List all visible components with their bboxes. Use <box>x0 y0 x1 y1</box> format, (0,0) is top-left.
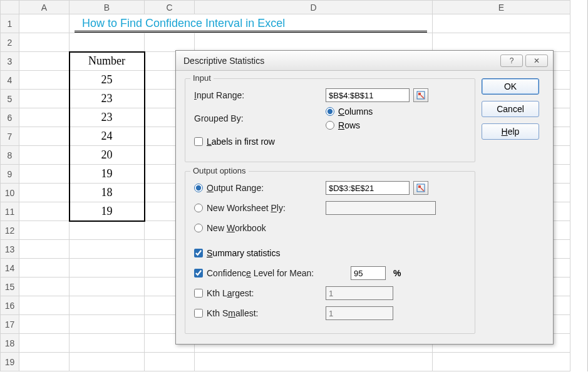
dialog-help-button[interactable]: ? <box>500 54 523 67</box>
row-header-4[interactable]: 4 <box>1 71 19 90</box>
output-range-refedit-button[interactable] <box>413 181 428 195</box>
col-header-D[interactable]: D <box>195 1 433 14</box>
cell-A19[interactable] <box>19 353 70 371</box>
row-header-3[interactable]: 3 <box>1 52 19 71</box>
grouped-by-columns-radio[interactable] <box>326 107 334 116</box>
new-workbook-radio[interactable] <box>194 224 203 232</box>
new-worksheet-field[interactable] <box>326 201 436 215</box>
input-range-field[interactable] <box>326 88 410 102</box>
cell-D2[interactable] <box>195 33 433 52</box>
cell-E1[interactable] <box>433 14 570 33</box>
row-header-12[interactable]: 12 <box>1 221 19 240</box>
labels-first-row[interactable]: Labels in first row <box>194 137 275 147</box>
confidence-level-field[interactable] <box>351 266 386 280</box>
row-header-18[interactable]: 18 <box>1 334 19 353</box>
cell-B2[interactable] <box>70 33 145 52</box>
cell-E2[interactable] <box>433 33 570 52</box>
cell-B6[interactable]: 23 <box>70 108 145 127</box>
cell-B3[interactable]: Number <box>70 52 145 71</box>
summary-statistics[interactable]: Summary statistics <box>194 248 280 258</box>
cell-A10[interactable] <box>19 184 70 202</box>
confidence-level-label: Confidence Level for Mean: <box>207 268 314 278</box>
cell-A14[interactable] <box>19 259 70 277</box>
labels-first-row-checkbox[interactable] <box>194 137 203 146</box>
cell-A18[interactable] <box>19 334 70 353</box>
cell-D19[interactable] <box>195 353 433 371</box>
new-worksheet-radio[interactable] <box>194 204 203 212</box>
row-header-10[interactable]: 10 <box>1 184 19 202</box>
output-range-field[interactable] <box>326 181 410 195</box>
input-range-refedit-button[interactable] <box>413 88 428 102</box>
cell-A3[interactable] <box>19 52 70 71</box>
row-header-7[interactable]: 7 <box>1 127 19 146</box>
row-header-19[interactable]: 19 <box>1 353 19 371</box>
cell-A2[interactable] <box>19 33 70 52</box>
row-header-6[interactable]: 6 <box>1 108 19 127</box>
cell-E19[interactable] <box>433 353 570 371</box>
dialog-titlebar[interactable]: Descriptive Statistics ? ✕ <box>176 51 553 71</box>
cell-B8[interactable]: 20 <box>70 146 145 165</box>
row-header-2[interactable]: 2 <box>1 33 19 52</box>
cell-A13[interactable] <box>19 240 70 259</box>
descriptive-statistics-dialog: Descriptive Statistics ? ✕ Input Input R… <box>175 50 554 345</box>
kth-smallest-field[interactable] <box>326 306 393 320</box>
cell-B15[interactable] <box>70 277 145 296</box>
col-header-B[interactable]: B <box>70 1 145 14</box>
cell-A17[interactable] <box>19 315 70 334</box>
cell-A8[interactable] <box>19 146 70 165</box>
output-range-radio[interactable] <box>194 184 203 192</box>
confidence-level-checkbox[interactable] <box>194 269 203 277</box>
cell-C2[interactable] <box>145 33 195 52</box>
col-header-E[interactable]: E <box>433 1 570 14</box>
row-header-15[interactable]: 15 <box>1 277 19 296</box>
cell-B12[interactable] <box>70 221 145 240</box>
help-button[interactable]: Help <box>482 123 539 140</box>
row-header-14[interactable]: 14 <box>1 259 19 277</box>
cell-B11[interactable]: 19 <box>70 202 145 221</box>
row-header-5[interactable]: 5 <box>1 90 19 108</box>
grouped-by-rows-radio[interactable] <box>326 121 334 130</box>
dialog-close-button[interactable]: ✕ <box>525 54 548 67</box>
cell-B19[interactable] <box>70 353 145 371</box>
grouped-by-rows[interactable]: Rows <box>326 120 360 130</box>
cell-B9[interactable]: 19 <box>70 165 145 184</box>
cell-A15[interactable] <box>19 277 70 296</box>
cell-B4[interactable]: 25 <box>70 71 145 90</box>
cell-B1[interactable]: How to Find Confidence Interval in Excel <box>70 14 433 33</box>
cell-A11[interactable] <box>19 202 70 221</box>
row-header-11[interactable]: 11 <box>1 202 19 221</box>
cell-B18[interactable] <box>70 334 145 353</box>
cell-B10[interactable]: 18 <box>70 184 145 202</box>
cell-C19[interactable] <box>145 353 195 371</box>
row-header-9[interactable]: 9 <box>1 165 19 184</box>
row-header-1[interactable]: 1 <box>1 14 19 33</box>
cell-A6[interactable] <box>19 108 70 127</box>
cell-A7[interactable] <box>19 127 70 146</box>
cell-A12[interactable] <box>19 221 70 240</box>
ok-button[interactable]: OK <box>482 78 539 95</box>
cell-A5[interactable] <box>19 90 70 108</box>
col-header-A[interactable]: A <box>19 1 70 14</box>
row-header-17[interactable]: 17 <box>1 315 19 334</box>
cell-B7[interactable]: 24 <box>70 127 145 146</box>
row-header-13[interactable]: 13 <box>1 240 19 259</box>
cell-B16[interactable] <box>70 296 145 315</box>
kth-smallest-checkbox[interactable] <box>194 309 203 318</box>
cell-A4[interactable] <box>19 71 70 90</box>
cell-A1[interactable] <box>19 14 70 33</box>
grouped-by-columns[interactable]: Columns <box>326 106 373 117</box>
kth-largest-checkbox[interactable] <box>194 289 203 298</box>
cell-B5[interactable]: 23 <box>70 90 145 108</box>
cell-B17[interactable] <box>70 315 145 334</box>
col-header-C[interactable]: C <box>145 1 195 14</box>
select-all-corner[interactable] <box>1 1 19 14</box>
cancel-button[interactable]: Cancel <box>482 101 539 117</box>
row-header-8[interactable]: 8 <box>1 146 19 165</box>
kth-largest-field[interactable] <box>326 286 393 300</box>
cell-B14[interactable] <box>70 259 145 277</box>
cell-A16[interactable] <box>19 296 70 315</box>
cell-B13[interactable] <box>70 240 145 259</box>
cell-A9[interactable] <box>19 165 70 184</box>
summary-statistics-checkbox[interactable] <box>194 249 203 257</box>
row-header-16[interactable]: 16 <box>1 296 19 315</box>
